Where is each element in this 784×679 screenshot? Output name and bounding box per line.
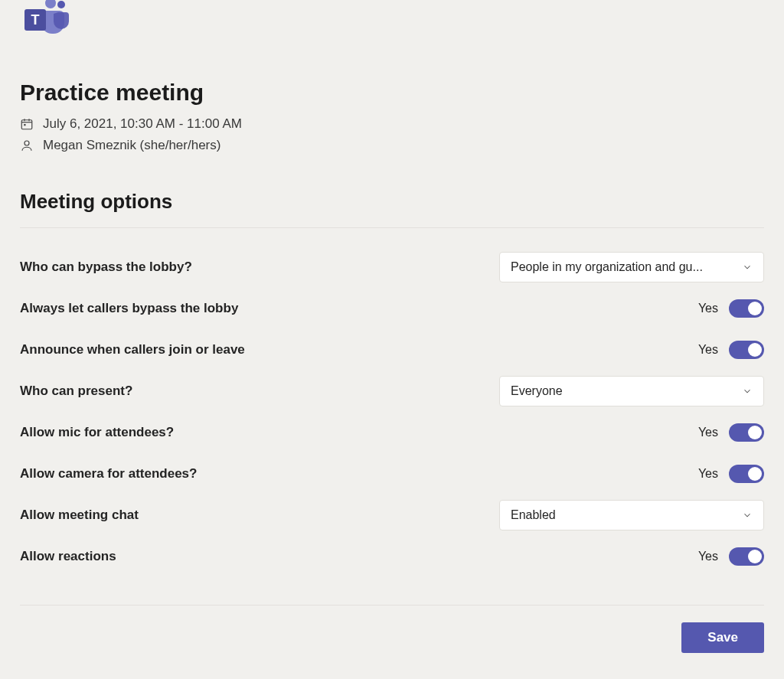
svg-rect-8 xyxy=(24,124,25,126)
toggle-state-text: Yes xyxy=(698,550,718,563)
footer: Save xyxy=(20,605,764,653)
who-present-dropdown[interactable]: Everyone xyxy=(499,376,764,406)
toggle-state-text: Yes xyxy=(698,467,718,481)
svg-rect-4 xyxy=(21,120,32,129)
dropdown-value: People in my organization and gu... xyxy=(511,260,703,274)
option-who-present: Who can present? Everyone xyxy=(20,371,764,412)
section-title: Meeting options xyxy=(20,190,764,214)
option-allow-camera: Allow camera for attendees? Yes xyxy=(20,453,764,495)
option-label: Always let callers bypass the lobby xyxy=(20,301,238,316)
option-label: Who can present? xyxy=(20,384,132,399)
option-bypass-lobby: Who can bypass the lobby? People in my o… xyxy=(20,246,764,288)
toggle-state-text: Yes xyxy=(698,343,718,357)
option-allow-reactions: Allow reactions Yes xyxy=(20,536,764,577)
svg-text:T: T xyxy=(31,12,40,28)
divider xyxy=(20,227,764,228)
option-label: Announce when callers join or leave xyxy=(20,342,245,357)
svg-point-0 xyxy=(57,1,65,8)
calendar-icon xyxy=(20,117,34,131)
allow-camera-toggle[interactable] xyxy=(729,465,764,483)
chevron-down-icon xyxy=(742,386,753,397)
allow-mic-toggle[interactable] xyxy=(729,423,764,442)
option-label: Allow camera for attendees? xyxy=(20,466,197,482)
meeting-organizer-row: Megan Smeznik (she/her/hers) xyxy=(20,138,764,153)
meeting-chat-dropdown[interactable]: Enabled xyxy=(499,500,764,530)
option-callers-bypass: Always let callers bypass the lobby Yes xyxy=(20,288,764,329)
meeting-title: Practice meeting xyxy=(20,80,764,106)
bypass-lobby-dropdown[interactable]: People in my organization and gu... xyxy=(499,252,764,282)
toggle-state-text: Yes xyxy=(698,302,718,315)
dropdown-value: Enabled xyxy=(511,508,556,522)
svg-point-9 xyxy=(24,141,29,145)
option-label: Allow meeting chat xyxy=(20,508,139,523)
announce-callers-toggle[interactable] xyxy=(729,341,764,359)
dropdown-value: Everyone xyxy=(511,384,563,398)
teams-logo: T xyxy=(20,0,764,43)
option-label: Who can bypass the lobby? xyxy=(20,260,192,275)
person-icon xyxy=(20,139,34,152)
option-meeting-chat: Allow meeting chat Enabled xyxy=(20,495,764,536)
chevron-down-icon xyxy=(742,262,753,273)
svg-point-1 xyxy=(45,0,56,8)
meeting-organizer: Megan Smeznik (she/her/hers) xyxy=(43,138,220,153)
option-announce-callers: Announce when callers join or leave Yes xyxy=(20,329,764,371)
option-allow-mic: Allow mic for attendees? Yes xyxy=(20,412,764,453)
chevron-down-icon xyxy=(742,510,753,521)
callers-bypass-toggle[interactable] xyxy=(729,299,764,318)
meeting-datetime-row: July 6, 2021, 10:30 AM - 11:00 AM xyxy=(20,116,764,132)
meeting-datetime: July 6, 2021, 10:30 AM - 11:00 AM xyxy=(43,116,242,132)
option-label: Allow mic for attendees? xyxy=(20,425,174,440)
save-button[interactable]: Save xyxy=(681,622,764,653)
toggle-state-text: Yes xyxy=(698,426,718,439)
allow-reactions-toggle[interactable] xyxy=(729,547,764,566)
option-label: Allow reactions xyxy=(20,549,116,564)
